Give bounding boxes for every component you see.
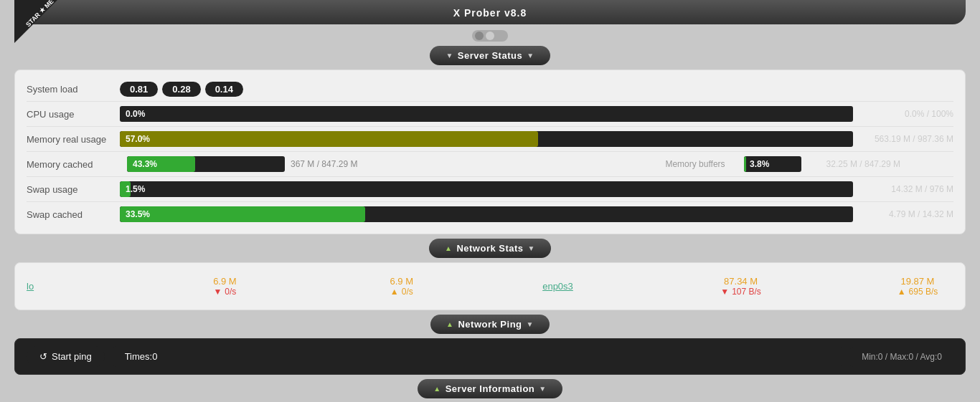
server-info-arrow-up: ▲ [433,385,440,393]
toggle-dot-left [475,32,484,40]
swap-usage-label: Swap usage [27,184,120,195]
ping-times: Times:0 [113,346,842,367]
lo-rate-up: ▲ 0/s [390,287,413,297]
lo-up-arrow: ▲ [390,287,399,297]
swap-usage-row: Swap usage 1.5% 14.32 M / 976 M [27,177,953,202]
load-badge-1: 0.81 [120,82,158,97]
memory-buffers-value: 32.25 M / 847.29 M [807,159,900,169]
lo-download-group: 6.9 M ▼ 0/s [189,276,260,297]
network-stats-toggle[interactable]: ▲ Network Stats ▼ [429,239,551,258]
ping-row: ↺ Start ping Times:0 Min:0 / Max:0 / Avg… [27,346,953,367]
network-ping-header: ▲ Network Ping ▼ [0,315,980,334]
enp0s3-rate-down-val: 107 B/s [732,287,761,297]
swap-cached-bar-area: 33.5% 4.79 M / 14.32 M [120,206,953,222]
lo-total-up: 6.9 M [390,276,414,287]
start-ping-button[interactable]: ↺ Start ping [27,346,105,367]
server-status-arrow: ▼ [446,52,453,59]
lo-down-arrow: ▼ [213,287,222,297]
server-info-arrow-down: ▼ [539,385,546,393]
memory-real-label: Memory real usage [27,134,120,145]
enp0s3-upload-group: 19.87 M ▲ 695 B/s [882,276,953,297]
system-load-label: System load [27,84,120,95]
star-badge-text: STAR ★ ME [24,0,55,28]
memory-cached-label: Memory cached [27,159,120,170]
lo-rate-up-val: 0/s [402,287,413,297]
network-ping-arrow-up: ▲ [446,320,453,328]
cpu-usage-value: 0.0% / 100% [860,109,953,119]
memory-cached-bar-text: 43.3% [133,159,157,169]
server-status-arrow2: ▼ [527,52,534,59]
load-badges: 0.81 0.28 0.14 [120,82,243,97]
swap-usage-bar-bg: 1.5% [120,181,853,197]
memory-real-row: Memory real usage 57.0% 563.19 M / 987.3… [27,127,953,152]
lo-upload-group: 6.9 M ▲ 0/s [366,276,438,297]
memory-real-value: 563.19 M / 987.36 M [860,134,953,144]
memory-cached-bar-bg: 43.3% [127,156,285,172]
swap-cached-label: Swap cached [27,209,120,220]
network-ping-toggle[interactable]: ▲ Network Ping ▼ [430,315,550,334]
server-info-label: Server Information [446,383,535,394]
server-status-toggle[interactable]: ▼ Server Status ▼ [430,46,550,65]
app-header: STAR ★ ME X Prober v8.8 [14,0,966,24]
lo-rate-down-val: 0/s [225,287,236,297]
memory-buffers-bar-bg: 3.8% [744,156,801,172]
refresh-icon: ↺ [39,351,47,362]
network-stats-header: ▲ Network Stats ▼ [0,239,980,258]
swap-cached-bar-bg: 33.5% [120,206,853,222]
enp0s3-up-arrow: ▲ [897,287,906,297]
network-ping-arrow-down: ▼ [527,320,534,328]
toggle-dot-right [486,32,494,40]
network-ping-panel: ↺ Start ping Times:0 Min:0 / Max:0 / Avg… [14,338,966,375]
memory-real-bar-fill [120,131,538,147]
toggle-pill[interactable] [472,30,508,42]
enp0s3-download-group: 87.34 M ▼ 107 B/s [705,276,777,297]
start-ping-label: Start ping [52,351,92,362]
server-status-panel: System load 0.81 0.28 0.14 CPU usage 0.0… [14,70,966,234]
lo-total-down: 6.9 M [213,276,237,287]
cpu-usage-label: CPU usage [27,109,120,120]
swap-cached-value: 4.79 M / 14.32 M [860,209,953,219]
swap-usage-bar-area: 1.5% 14.32 M / 976 M [120,181,953,197]
swap-cached-bar-fill [120,206,365,222]
enp0s3-total-down: 87.34 M [724,276,758,287]
server-info-header: ▲ Server Information ▼ [0,379,980,398]
server-status-header: ▼ Server Status ▼ [0,46,980,65]
server-status-label: Server Status [458,50,522,61]
swap-cached-row: Swap cached 33.5% 4.79 M / 14.32 M [27,202,953,226]
network-stats-panel: lo 6.9 M ▼ 0/s 6.9 M ▲ 0/s enp0s3 87.34 … [14,262,966,310]
cpu-bar-area: 0.0% 0.0% / 100% [120,106,953,122]
swap-usage-bar-text: 1.5% [126,184,145,194]
interface-lo[interactable]: lo [27,281,84,292]
enp0s3-total-up: 19.87 M [900,276,934,287]
server-info-toggle[interactable]: ▲ Server Information ▼ [418,379,562,398]
cpu-bar-text: 0.0% [126,109,145,119]
enp0s3-rate-up-val: 695 B/s [909,287,938,297]
memory-real-bar-text: 57.0% [126,134,150,144]
load-badge-2: 0.28 [162,82,200,97]
memory-cached-value: 367 M / 847.29 M [291,159,377,169]
cpu-usage-row: CPU usage 0.0% 0.0% / 100% [27,102,953,127]
lo-rate-down: ▼ 0/s [213,287,236,297]
memory-real-bar-area: 57.0% 563.19 M / 987.36 M [120,131,953,147]
memory-buffers-bar-text: 3.8% [750,159,769,169]
memory-buffers-bar-fill [744,156,746,172]
toggle-bar [0,30,980,42]
enp0s3-rate-down: ▼ 107 B/s [720,287,761,297]
ping-stats: Min:0 / Max:0 / Avg:0 [850,347,953,367]
memory-buffers-label: Memory buffers [652,159,738,169]
app-title: X Prober v8.8 [453,7,527,19]
load-badge-3: 0.14 [205,82,243,97]
swap-cached-bar-text: 33.5% [126,209,150,219]
network-stats-row: lo 6.9 M ▼ 0/s 6.9 M ▲ 0/s enp0s3 87.34 … [27,270,953,302]
enp0s3-down-arrow: ▼ [720,287,729,297]
cpu-bar-bg: 0.0% [120,106,853,122]
network-stats-arrow-down: ▼ [528,244,535,252]
interface-enp0s3[interactable]: enp0s3 [542,281,600,292]
memory-cached-row: Memory cached 43.3% 367 M / 847.29 M Mem… [27,152,953,177]
network-stats-label: Network Stats [456,243,523,254]
system-load-row: System load 0.81 0.28 0.14 [27,77,953,102]
network-ping-label: Network Ping [458,319,522,330]
enp0s3-rate-up: ▲ 695 B/s [897,287,938,297]
network-stats-arrow-up: ▲ [445,244,452,252]
memory-real-bar-bg: 57.0% [120,131,853,147]
